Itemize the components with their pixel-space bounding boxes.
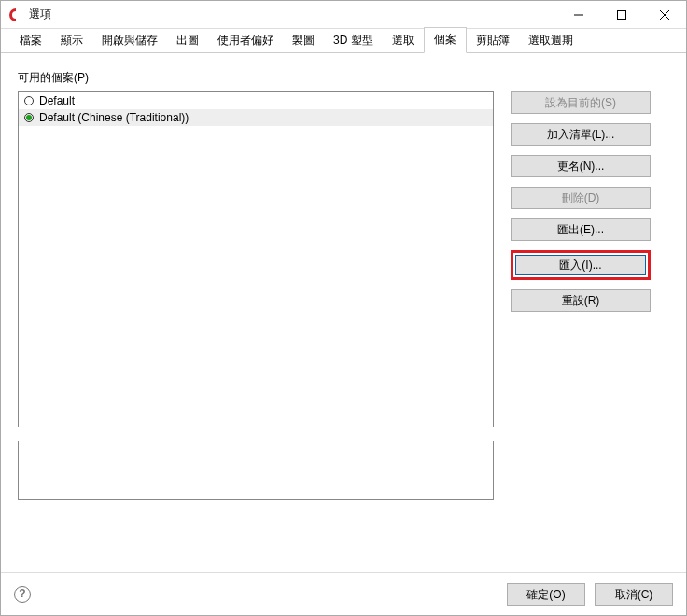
- description-box: [18, 441, 494, 500]
- radio-icon: [24, 96, 34, 105]
- tab-clipboard[interactable]: 剪貼簿: [467, 29, 519, 53]
- profile-name: Default: [39, 94, 75, 107]
- tab-user-pref[interactable]: 使用者偏好: [208, 29, 283, 53]
- cancel-button[interactable]: 取消(C): [595, 583, 673, 606]
- set-current-button: 設為目前的(S): [511, 91, 651, 114]
- help-icon[interactable]: ?: [14, 586, 31, 603]
- tab-profiles[interactable]: 個案: [424, 27, 467, 53]
- ok-button[interactable]: 確定(O): [507, 583, 585, 606]
- tab-selection-cycle[interactable]: 選取週期: [519, 29, 582, 53]
- tab-file[interactable]: 檔案: [10, 29, 51, 53]
- list-item[interactable]: Default (Chinese (Traditional)): [19, 109, 493, 126]
- tab-bar: 檔案 顯示 開啟與儲存 出圖 使用者偏好 製圖 3D 塑型 選取 個案 剪貼簿 …: [1, 29, 686, 53]
- minimize-button[interactable]: [557, 1, 600, 29]
- profile-name: Default (Chinese (Traditional)): [39, 111, 189, 124]
- reset-button[interactable]: 重設(R): [511, 289, 651, 312]
- window-title: 選項: [29, 7, 557, 22]
- tab-plot[interactable]: 出圖: [167, 29, 208, 53]
- tab-open-save[interactable]: 開啟與儲存: [92, 29, 167, 53]
- tab-drafting[interactable]: 製圖: [283, 29, 324, 53]
- tab-3d-modeling[interactable]: 3D 塑型: [324, 29, 383, 53]
- list-item[interactable]: Default: [19, 92, 493, 109]
- profiles-listbox[interactable]: Default Default (Chinese (Traditional)): [18, 91, 494, 427]
- available-profiles-label: 可用的個案(P): [18, 70, 669, 86]
- add-to-list-button[interactable]: 加入清單(L)...: [511, 123, 651, 146]
- tab-selection[interactable]: 選取: [383, 29, 424, 53]
- rename-button[interactable]: 更名(N)...: [511, 155, 651, 177]
- import-button[interactable]: 匯入(I)...: [515, 255, 646, 275]
- app-icon: [8, 7, 23, 22]
- import-highlight: 匯入(I)...: [511, 250, 651, 280]
- svg-rect-1: [618, 10, 626, 19]
- maximize-button[interactable]: [600, 1, 643, 29]
- content-area: 可用的個案(P) Default Default (Chinese (Tradi…: [1, 53, 686, 500]
- footer: ? 確定(O) 取消(C): [1, 572, 686, 615]
- close-button[interactable]: [643, 1, 686, 29]
- radio-icon: [24, 113, 34, 122]
- titlebar: 選項: [1, 1, 686, 29]
- export-button[interactable]: 匯出(E)...: [511, 218, 651, 241]
- tab-display[interactable]: 顯示: [51, 29, 92, 53]
- side-buttons: 設為目前的(S) 加入清單(L)... 更名(N)... 刪除(D) 匯出(E)…: [511, 91, 651, 427]
- delete-button: 刪除(D): [511, 187, 651, 209]
